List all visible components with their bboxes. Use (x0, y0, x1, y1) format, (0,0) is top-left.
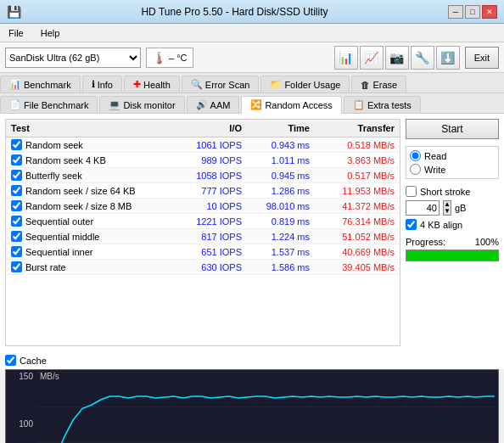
test-name: Butterfly seek (25, 171, 82, 181)
write-radio[interactable] (410, 164, 421, 175)
short-stroke-option[interactable]: Short stroke (406, 186, 499, 197)
test-name: Random seek / size 64 KB (25, 186, 136, 196)
io-cell: 10 IOPS (157, 201, 242, 211)
window-title: HD Tune Pro 5.50 - Hard Disk/SSD Utility (21, 6, 448, 18)
info-icon: ℹ (92, 79, 95, 90)
test-name: Sequential outer (25, 216, 93, 227)
tab-file-benchmark[interactable]: 📄 File Benchmark (0, 96, 98, 113)
row-checkbox-7[interactable] (11, 246, 22, 257)
test-cell: Sequential outer (11, 216, 157, 227)
health-icon: ✚ (133, 79, 141, 90)
time-cell: 1.586 ms (242, 262, 310, 272)
test-name: Sequential middle (25, 232, 99, 242)
test-cell: Random seek (11, 139, 157, 150)
progress-text: Progress: (406, 237, 445, 247)
row-checkbox-0[interactable] (11, 139, 22, 150)
toolbar-icon-group: 📊 📈 📷 🔧 ⬇️ (334, 46, 460, 70)
write-label: Write (424, 165, 445, 175)
row-checkbox-6[interactable] (11, 231, 22, 242)
test-name: Random seek / size 8 MB (25, 201, 132, 211)
tab-disk-monitor[interactable]: 💻 Disk monitor (99, 96, 184, 113)
col-io: I/O (157, 123, 242, 133)
progress-fill (406, 250, 498, 261)
tab-random-access[interactable]: 🔀 Random Access (241, 96, 341, 114)
read-radio[interactable] (410, 150, 421, 161)
test-cell: Random seek 4 KB (11, 154, 157, 165)
table-row: Random seek 4 KB 989 IOPS 1.011 ms 3.863… (6, 153, 400, 168)
table-row: Sequential middle 817 IOPS 1.224 ms 51.0… (6, 229, 400, 244)
gb-value-input[interactable] (406, 200, 440, 216)
close-button[interactable]: ✕ (482, 5, 497, 19)
write-radio-label[interactable]: Write (410, 164, 495, 175)
transfer-cell: 3.863 MB/s (310, 155, 395, 165)
short-stroke-checkbox[interactable] (406, 186, 417, 197)
toolbar-btn-3[interactable]: 📷 (385, 46, 409, 70)
table-row: Sequential inner 651 IOPS 1.537 ms 40.66… (6, 244, 400, 260)
progress-bar (406, 250, 499, 261)
toolbar-btn-5[interactable]: ⬇️ (436, 46, 460, 70)
row-checkbox-3[interactable] (11, 185, 22, 196)
benchmark-icon: 📊 (9, 79, 21, 90)
chart-svg (36, 372, 495, 443)
progress-section: Progress: 100% (406, 237, 499, 261)
tab-aam[interactable]: 🔊 AAM (187, 96, 240, 113)
read-radio-label[interactable]: Read (410, 150, 495, 161)
menu-help[interactable]: Help (36, 26, 65, 40)
drive-select[interactable]: SanDisk Ultra (62 gB) (5, 48, 141, 68)
maximize-button[interactable]: □ (465, 5, 480, 19)
tab-extra-tests[interactable]: 📋 Extra tests (344, 96, 421, 113)
time-cell: 1.537 ms (242, 247, 310, 257)
minimize-button[interactable]: ─ (448, 5, 463, 19)
row-checkbox-4[interactable] (11, 200, 22, 211)
cache-label: Cache (20, 356, 47, 366)
test-cell: Random seek / size 64 KB (11, 185, 157, 196)
test-cell: Sequential middle (11, 231, 157, 242)
tab-error-scan[interactable]: 🔍 Error Scan (182, 76, 260, 93)
thermometer-icon: 🌡️ (152, 51, 166, 64)
start-button[interactable]: Start (406, 119, 499, 139)
time-cell: 1.224 ms (242, 232, 310, 242)
toolbar-btn-2[interactable]: 📈 (360, 46, 384, 70)
tab-folder-usage[interactable]: 📁 Folder Usage (260, 76, 350, 93)
random-icon: 🔀 (250, 99, 262, 110)
align-label: 4 KB align (420, 220, 462, 230)
align-option[interactable]: 4 KB align (406, 219, 499, 230)
menu-file[interactable]: File (3, 26, 29, 40)
folder-icon: 📁 (270, 79, 282, 90)
exit-button[interactable]: Exit (465, 47, 499, 69)
tab-erase[interactable]: 🗑 Erase (351, 76, 406, 93)
toolbar-btn-1[interactable]: 📊 (334, 46, 358, 70)
time-cell: 1.011 ms (242, 155, 310, 165)
results-table: Test I/O Time Transfer Random seek 1061 … (5, 119, 400, 346)
errorscan-icon: 🔍 (191, 79, 203, 90)
aam-icon: 🔊 (196, 99, 208, 110)
cache-checkbox[interactable] (5, 355, 16, 366)
time-cell: 1.286 ms (242, 186, 310, 196)
row-checkbox-1[interactable] (11, 154, 22, 165)
cache-option[interactable]: Cache (5, 355, 499, 366)
table-body: Random seek 1061 IOPS 0.943 ms 0.518 MB/… (6, 137, 400, 275)
tab-health[interactable]: ✚ Health (124, 76, 180, 93)
transfer-cell: 11.953 MB/s (310, 186, 395, 196)
tab-benchmark[interactable]: 📊 Benchmark (0, 76, 81, 93)
toolbar-btn-4[interactable]: 🔧 (411, 46, 434, 70)
gb-input-group: ▲ ▼ gB (406, 200, 499, 216)
row-checkbox-8[interactable] (11, 261, 22, 272)
tab-info[interactable]: ℹ Info (82, 76, 122, 93)
extra-icon: 📋 (353, 99, 365, 110)
gb-spinner-arrows[interactable]: ▲ ▼ (443, 200, 451, 216)
test-name: Burst rate (25, 262, 66, 272)
row-checkbox-5[interactable] (11, 216, 22, 227)
erase-icon: 🗑 (361, 80, 370, 90)
time-cell: 98.010 ms (242, 201, 310, 211)
io-cell: 1061 IOPS (157, 140, 242, 150)
table-row: Sequential outer 1221 IOPS 0.819 ms 76.3… (6, 214, 400, 229)
align-checkbox[interactable] (406, 219, 417, 230)
io-cell: 989 IOPS (157, 155, 242, 165)
row-checkbox-2[interactable] (11, 170, 22, 181)
io-cell: 1058 IOPS (157, 171, 242, 181)
table-row: Random seek / size 8 MB 10 IOPS 98.010 m… (6, 199, 400, 214)
toolbar: SanDisk Ultra (62 gB) 🌡️ – °C 📊 📈 📷 🔧 ⬇️… (0, 42, 504, 73)
table-row: Random seek / size 64 KB 777 IOPS 1.286 … (6, 183, 400, 199)
transfer-cell: 41.372 MB/s (310, 201, 395, 211)
